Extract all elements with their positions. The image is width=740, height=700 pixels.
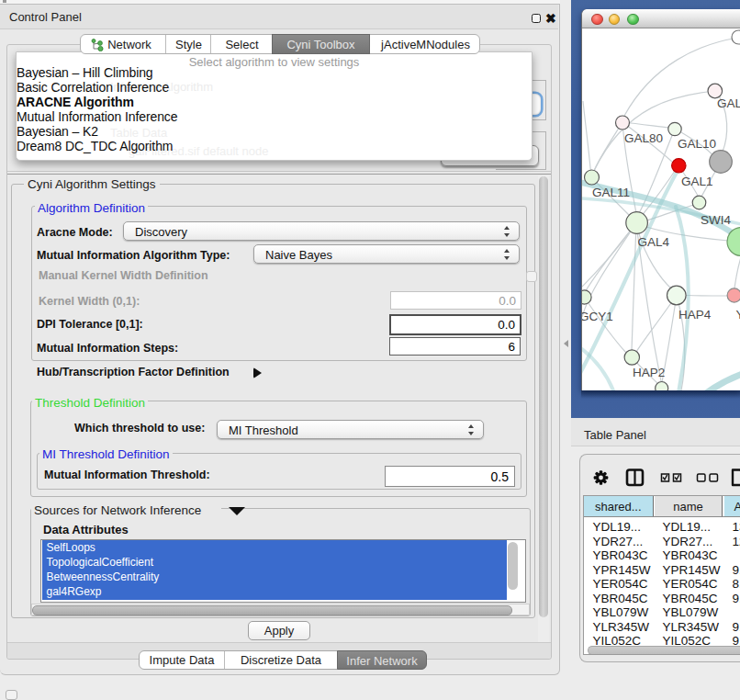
svg-text:SWI4: SWI4 [701, 213, 731, 227]
svg-text:GAL1: GAL1 [681, 175, 713, 188]
svg-text:GAL80: GAL80 [624, 131, 663, 145]
svg-text:GAL4: GAL4 [638, 235, 670, 249]
svg-text:GAL7: GAL7 [717, 96, 740, 110]
svg-text:GAL11: GAL11 [592, 186, 630, 199]
svg-text:HAP4: HAP4 [678, 308, 712, 322]
svg-text:YE: YE [736, 308, 740, 322]
svg-text:HAP2: HAP2 [633, 366, 665, 379]
svg-text:GCY1: GCY1 [582, 310, 613, 323]
svg-text:GAL10: GAL10 [678, 137, 716, 151]
